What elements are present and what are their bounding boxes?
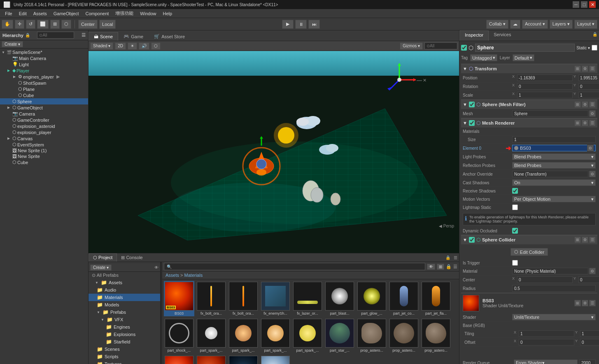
transform-btn-2[interactable]: ⚙ — [582, 65, 588, 72]
tool-rotate[interactable]: ↺ — [26, 20, 35, 29]
project-item-scripts[interactable]: 📁 Scripts — [89, 353, 160, 360]
hierarchy-item-player[interactable]: ▶ ◆ Player — [0, 67, 88, 74]
hierarchy-item-eventsystem[interactable]: ⬡ EventSystem — [0, 141, 88, 148]
hierarchy-item-plane[interactable]: ⬡ Plane — [0, 86, 88, 92]
hierarchy-item-gameobject[interactable]: ▶ ⬡ GameObject — [0, 104, 88, 111]
sphere-collider-btn-3[interactable]: ☰ — [589, 236, 596, 243]
pos-y-field[interactable] — [578, 74, 599, 81]
asset-item-part-jet-co[interactable]: part_jet_co... — [389, 281, 419, 316]
effects-button[interactable]: ⬡ — [151, 42, 161, 50]
menu-gameobject[interactable]: GameObject — [50, 10, 82, 17]
mesh-renderer-btn-1[interactable]: ⊞ — [574, 120, 581, 126]
collab-button[interactable]: Collab ▾ — [486, 20, 508, 29]
mesh-filter-header[interactable]: ▼ ⬡ Sphere (Mesh Filter) ⊞ ⚙ ☰ — [461, 100, 597, 109]
cloud-button[interactable]: ☁ — [510, 20, 520, 29]
asset-item-prop-astero-2[interactable]: prop_astero... — [389, 318, 419, 353]
layers-button[interactable]: Layers ▾ — [550, 20, 573, 29]
motion-vectors-dropdown[interactable]: Per Object Motion ▾ — [512, 196, 596, 202]
tab-game[interactable]: 🎮 Game — [118, 32, 149, 41]
asset-item-part-spark-4[interactable]: part_spark_... — [292, 318, 323, 353]
object-name-field[interactable] — [475, 44, 575, 52]
project-item-models[interactable]: 📁 Models — [89, 301, 160, 308]
layer-dropdown[interactable]: Default ▾ — [513, 54, 534, 61]
menu-edit[interactable]: Edit — [16, 10, 30, 17]
sphere-collider-header[interactable]: ▼ ⬡ Sphere Collider ⊞ ⚙ ☰ — [461, 235, 597, 244]
hierarchy-item-explosion-player[interactable]: ⬡ explosion_player — [0, 129, 88, 135]
mesh-value-field[interactable] — [512, 110, 588, 117]
project-item-textures[interactable]: 📁 Textures — [89, 360, 160, 364]
asset-item-part-spark-3[interactable]: part_spark_... — [260, 318, 291, 353]
pause-button[interactable]: ⏸ — [295, 20, 307, 29]
mesh-renderer-btn-3[interactable]: ☰ — [589, 120, 596, 126]
hierarchy-item-main-light[interactable]: 💡 Light — [0, 61, 88, 67]
mesh-filter-btn-2[interactable]: ⚙ — [582, 101, 588, 108]
hierarchy-item-main-camera[interactable]: 📷 Main Camera — [0, 55, 88, 61]
lighting-button[interactable]: ☀ — [128, 42, 137, 50]
hierarchy-search[interactable] — [37, 32, 74, 39]
2d-button[interactable]: 2D — [115, 42, 126, 50]
collider-material-field[interactable] — [512, 268, 588, 274]
all-prefabs-item[interactable]: ⊙ All Prefabs — [89, 272, 160, 279]
layout-button[interactable]: Layout ▾ — [574, 20, 597, 29]
tab-project[interactable]: ⬡ Project — [89, 253, 117, 262]
mesh-select-btn[interactable]: ⊙ — [589, 110, 596, 117]
account-button[interactable]: Account ▾ — [522, 20, 548, 29]
project-item-explosions[interactable]: 📁 Explosions — [89, 331, 160, 338]
hierarchy-item-engines-player[interactable]: ▶ ⚙ engines_player ▶ — [0, 74, 88, 80]
asset-item-part-jet-fla[interactable]: part_jet_fla... — [421, 281, 451, 316]
offset-y-field[interactable] — [580, 339, 599, 345]
project-item-scenes[interactable]: 📁 Scenes — [89, 345, 160, 353]
project-item-materials[interactable]: 📁 Materials — [89, 294, 160, 301]
sphere-collider-btn-2[interactable]: ⚙ — [582, 236, 588, 243]
asset-item-test[interactable]: test — [164, 355, 194, 364]
transform-btn-1[interactable]: ⊞ — [574, 65, 581, 72]
maximize-button[interactable]: □ — [581, 1, 587, 8]
hierarchy-item-samplescene[interactable]: ▼ 🎬 SampleScene* — [0, 49, 88, 55]
hierarchy-item-cube[interactable]: ⬡ Cube — [0, 92, 88, 98]
project-item-starfield[interactable]: 📁 Starfield — [89, 338, 160, 345]
asset-item-part-shock[interactable]: part_shock_... — [164, 318, 194, 353]
static-checkbox[interactable] — [592, 45, 597, 51]
center-button[interactable]: Center — [78, 20, 98, 29]
hierarchy-item-explosion-asteroid[interactable]: ⬡ explosion_asteroid — [0, 123, 88, 129]
transform-btn-3[interactable]: ☰ — [589, 65, 596, 72]
play-button[interactable]: ▶ — [282, 20, 294, 29]
pos-x-field[interactable] — [517, 74, 573, 81]
sphere-collider-btn-1[interactable]: ⊞ — [574, 236, 581, 243]
mesh-filter-btn-1[interactable]: ⊞ — [574, 101, 581, 108]
tool-hand[interactable]: ✋ — [2, 20, 13, 29]
light-probes-dropdown[interactable]: Blend Probes ▾ — [512, 153, 596, 160]
menu-help[interactable]: Help — [159, 10, 175, 17]
project-search-input[interactable] — [164, 263, 425, 270]
menu-file[interactable]: File — [2, 10, 16, 17]
is-trigger-checkbox[interactable] — [512, 260, 518, 266]
scale-x-field[interactable] — [517, 92, 573, 98]
asset-item-part-star[interactable]: part_star_... — [324, 318, 355, 353]
anchor-override-field[interactable] — [512, 171, 588, 177]
shader-dropdown[interactable]: Unlit/Texture ▾ — [512, 314, 596, 320]
tab-console[interactable]: ⊞ Console — [117, 254, 147, 262]
element0-select-btn[interactable]: ⊙ — [587, 145, 594, 151]
project-item-assets[interactable]: ▼ 📁 Assets — [89, 279, 160, 286]
center-x-field[interactable] — [517, 276, 573, 283]
tag-dropdown[interactable]: Untagged ▾ — [470, 54, 497, 61]
hierarchy-menu-icon[interactable]: ☰ — [82, 32, 86, 38]
cast-shadows-dropdown[interactable]: On ▾ — [512, 179, 596, 186]
asset-item-tile-nebula[interactable]: tile_nebula_... — [228, 355, 259, 364]
project-item-audio[interactable]: 📁 Audio — [89, 286, 160, 294]
shading-dropdown[interactable]: Shaded ▾ — [90, 42, 113, 50]
asset-item-fx-bolt-2[interactable]: fx_bolt_ora... — [228, 281, 259, 316]
menu-component[interactable]: Component — [82, 10, 112, 17]
render-queue-dropdown[interactable]: From Shader ▾ — [514, 359, 578, 364]
object-active-checkbox[interactable] — [461, 45, 467, 51]
asset-item-test2[interactable]: test2 — [196, 355, 226, 364]
asset-item-fx-lazer[interactable]: fx_lazer_or... — [292, 281, 323, 316]
asset-item-part-spark-1[interactable]: part_spark_... — [196, 318, 226, 353]
tab-services[interactable]: Services — [489, 30, 516, 41]
asset-item-vehicle-en[interactable]: vehicle_en... — [260, 355, 291, 364]
project-create-button[interactable]: Create ▾ — [90, 264, 112, 271]
menu-window[interactable]: Window — [137, 10, 159, 17]
hierarchy-item-canvas[interactable]: ▶ ⬡ Canvas — [0, 135, 88, 141]
project-item-vfx[interactable]: ▼ 📁 VFX — [89, 316, 160, 323]
asset-item-bs03[interactable]: BS03 BS03 — [164, 281, 194, 316]
